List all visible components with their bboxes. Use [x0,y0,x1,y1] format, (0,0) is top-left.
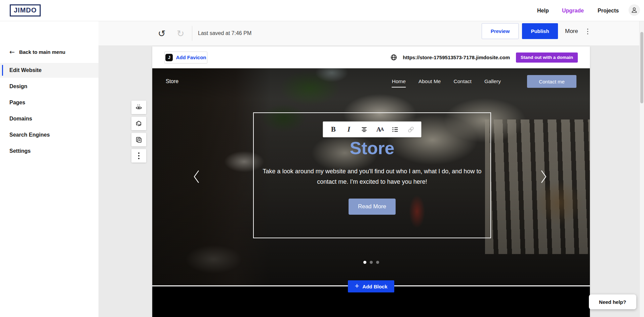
hero-paragraph[interactable]: Take a look around my website and you'll… [262,166,482,187]
sidebar-item-design[interactable]: Design [0,79,98,94]
site-nav: Store Home About Me Contact Gallery Cont… [152,74,590,89]
carousel-prev-button[interactable] [193,169,201,185]
text-format-toolbar: B I AA [323,121,421,137]
scrollbar-thumb[interactable] [640,32,643,103]
editor-canvas: J Add Favicon https://store-1759513573-7… [98,45,644,317]
jimdo-logo: JIMDO [10,4,41,16]
need-help-button[interactable]: Need help? [589,294,636,309]
account-avatar[interactable] [629,4,640,16]
about-me-heading: About Me [152,314,590,317]
last-saved-status: Last saved at 7:46 PM [198,21,251,45]
hide-block-button[interactable] [131,101,146,114]
back-to-main-menu[interactable]: ← Back to main menu [9,48,65,56]
chevron-left-icon [193,169,201,184]
domain-upsell-button[interactable]: Stand out with a domain [516,52,578,63]
globe-icon [391,54,397,61]
carousel-next-button[interactable] [540,169,549,185]
preview-button[interactable]: Preview [482,23,519,39]
sidebar-item-domains[interactable]: Domains [0,111,98,126]
link-icon[interactable] [406,125,416,135]
site-nav-about-me[interactable]: About Me [418,78,441,84]
contact-me-button[interactable]: Contact me [527,75,576,88]
hero-title[interactable]: Store [254,138,490,158]
page-scrollbar[interactable] [639,21,644,317]
style-block-button[interactable] [131,117,146,130]
favicon-j-icon: J [165,54,173,61]
upgrade-link[interactable]: Upgrade [562,0,584,21]
site-url[interactable]: https://store-1759513573-7178.jimdosite.… [403,55,510,60]
align-center-icon[interactable] [359,125,369,135]
favicon-bar: J Add Favicon https://store-1759513573-7… [152,46,590,68]
carousel-dot-1[interactable] [363,261,366,264]
list-icon[interactable] [390,125,400,135]
sidebar: ← Back to main menu WEBSITE BUILDER Edit… [0,21,98,317]
editor-toolbar-row: ↺ ↻ Last saved at 7:46 PM Preview Publis… [98,21,644,45]
more-button[interactable]: More [565,21,578,41]
back-arrow-icon: ← [9,48,15,56]
add-block-button[interactable]: + Add Block [348,280,394,292]
site-nav-contact[interactable]: Contact [453,78,471,84]
plus-icon: + [355,282,359,290]
duplicate-block-button[interactable] [131,133,146,146]
carousel-dot-3[interactable] [376,261,379,264]
add-favicon-button[interactable]: J Add Favicon [164,51,207,64]
site-nav-home[interactable]: Home [392,78,406,84]
publish-button[interactable]: Publish [522,23,558,39]
app-header: JIMDO Help Upgrade Projects [0,0,644,21]
sidebar-item-pages[interactable]: Pages [0,95,98,110]
bold-icon[interactable]: B [328,125,338,135]
user-icon [631,7,638,13]
site-brand[interactable]: Store [166,78,178,84]
chevron-right-icon [540,169,549,184]
kebab-icon [138,152,140,160]
design-tags-icon [135,120,143,127]
website-preview: J Add Favicon https://store-1759513573-7… [152,46,590,317]
carousel-dots [152,261,590,264]
read-more-button[interactable]: Read More [349,199,396,215]
more-kebab-icon[interactable] [583,27,592,36]
duplicate-icon [135,136,142,143]
help-link[interactable]: Help [537,0,549,21]
toolbar-divider [192,26,192,41]
sidebar-item-settings[interactable]: Settings [0,144,98,158]
site-nav-gallery[interactable]: Gallery [484,78,501,84]
font-icon[interactable]: AA [375,125,385,135]
sidebar-item-search-engines[interactable]: Search Engines [0,128,98,142]
eye-icon [135,104,143,111]
undo-icon[interactable]: ↺ [156,27,168,39]
hero-section: Store Home About Me Contact Gallery Cont… [152,68,590,285]
redo-icon[interactable]: ↻ [174,27,187,39]
italic-icon[interactable]: I [344,125,354,135]
carousel-dot-2[interactable] [370,261,373,264]
block-more-button[interactable] [131,149,146,163]
projects-link[interactable]: Projects [598,0,619,21]
sidebar-item-edit-website[interactable]: Edit Website [0,63,98,78]
selected-block-outline[interactable]: B I AA Store Take a look around my websi… [253,112,491,238]
back-label: Back to main menu [19,49,66,55]
